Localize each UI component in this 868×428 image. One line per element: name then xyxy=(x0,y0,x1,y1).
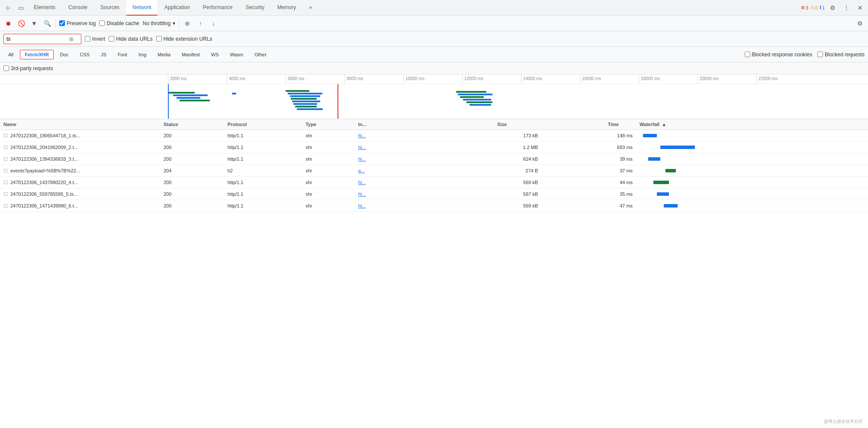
throttle-select[interactable]: No throttling ▾ xyxy=(143,20,176,26)
col-time[interactable]: Time xyxy=(541,119,636,130)
filter-ws-btn[interactable]: WS xyxy=(206,50,224,59)
disable-cache-label[interactable]: Disable cache xyxy=(99,20,139,26)
preserve-log-checkbox[interactable] xyxy=(59,20,65,26)
wf-bar-row-5 xyxy=(657,192,669,196)
col-waterfall[interactable]: Waterfall ▲ xyxy=(636,119,868,130)
tab-security[interactable]: Security xyxy=(240,0,270,16)
hide-data-urls-checkbox[interactable] xyxy=(109,36,114,42)
wf-bar-row-3 xyxy=(665,169,676,172)
table-header-row: Name Status Protocol Type In... Size xyxy=(0,119,868,130)
device-toolbar-btn[interactable]: ▭ xyxy=(15,2,27,14)
tab-more[interactable]: » xyxy=(303,0,318,16)
cell-size-1: 1.2 MB xyxy=(400,142,542,153)
tab-sources[interactable]: Sources xyxy=(94,0,125,16)
cell-name-5: ☐ 2470122306_559785595_5.ts... xyxy=(0,188,160,200)
more-options-btn[interactable]: ⋮ xyxy=(840,2,852,14)
tab-console[interactable]: Console xyxy=(62,0,93,16)
search-clear-btn[interactable]: ⊗ xyxy=(69,36,74,42)
upload-btn[interactable]: ↑ xyxy=(196,19,205,28)
filter-wasm-btn[interactable]: Wasm xyxy=(225,50,248,59)
wf-bar-g3 xyxy=(286,90,309,92)
table-row[interactable]: ☐ events?payload=%5B%7B%22... 204 h2 xhr… xyxy=(0,165,868,177)
col-type[interactable]: Type xyxy=(302,119,355,130)
disable-cache-checkbox[interactable] xyxy=(99,20,105,26)
filter-font-btn[interactable]: Font xyxy=(113,50,132,59)
cell-protocol-3: h2 xyxy=(224,165,302,177)
table-row[interactable]: ☐ 2470122306_559785595_5.ts... 200 http/… xyxy=(0,188,868,200)
blocked-cookies-checkbox[interactable] xyxy=(745,52,750,57)
col-protocol[interactable]: Protocol xyxy=(224,119,302,130)
table-row[interactable]: ☐ 2470122306_2041962009_2.t... 200 http/… xyxy=(0,142,868,153)
filter-js-btn[interactable]: JS xyxy=(96,50,111,59)
tab-network[interactable]: Network xyxy=(126,0,158,16)
filter-css-btn[interactable]: CSS xyxy=(75,50,94,59)
preserve-log-label[interactable]: Preserve log xyxy=(59,20,96,26)
network-settings-btn[interactable]: ⚙ xyxy=(855,19,865,28)
tab-performance[interactable]: Performance xyxy=(197,0,239,16)
cell-waterfall-2 xyxy=(636,153,868,165)
file-icon-0: ☐ xyxy=(3,133,8,139)
cell-time-6: 47 ms xyxy=(541,200,636,212)
blocked-requests-checkbox[interactable] xyxy=(817,52,823,57)
filter-doc-btn[interactable]: Doc xyxy=(55,50,74,59)
search-input[interactable] xyxy=(6,36,67,42)
tick-14000: 14000 ms xyxy=(521,75,580,85)
third-party-label[interactable]: 3rd-party requests xyxy=(3,65,53,71)
file-icon-5: ☐ xyxy=(3,191,8,197)
wf-bar-b11 xyxy=(469,104,491,106)
hide-data-urls-label[interactable]: Hide data URLs xyxy=(109,36,153,42)
cell-size-5: 567 kB xyxy=(400,188,542,200)
tab-elements[interactable]: Elements xyxy=(28,0,61,16)
cell-status-2: 200 xyxy=(160,153,224,165)
table-row[interactable]: ☐ 2470122306_1437880220_4.t... 200 http/… xyxy=(0,177,868,188)
cell-status-6: 200 xyxy=(160,200,224,212)
tick-4000: 4000 ms xyxy=(227,75,286,85)
settings-btn[interactable]: ⚙ xyxy=(826,2,839,14)
cell-status-3: 204 xyxy=(160,165,224,177)
col-size[interactable]: Size xyxy=(400,119,542,130)
filter-media-btn[interactable]: Media xyxy=(153,50,175,59)
filter-img-btn[interactable]: Img xyxy=(134,50,151,59)
filter-all-btn[interactable]: All xyxy=(3,50,18,59)
cell-protocol-1: http/1.1 xyxy=(224,142,302,153)
third-party-checkbox[interactable] xyxy=(3,65,9,71)
wifi-icon-btn[interactable]: ⊛ xyxy=(183,19,192,28)
clear-btn[interactable]: 🚫 xyxy=(16,19,26,28)
table-row[interactable]: ☐ 2470122306_1471439980_6.t... 200 http/… xyxy=(0,200,868,212)
search-bar: ⊗ Invert Hide data URLs Hide extension U… xyxy=(0,31,868,47)
col-name[interactable]: Name xyxy=(0,119,160,130)
filter-manifest-btn[interactable]: Manifest xyxy=(177,50,205,59)
col-initiator[interactable]: In... xyxy=(355,119,400,130)
col-status[interactable]: Status xyxy=(160,119,224,130)
cell-initiator-1: hl... xyxy=(355,142,400,153)
search-btn[interactable]: 🔍 xyxy=(42,19,52,28)
hide-ext-urls-checkbox[interactable] xyxy=(156,36,162,42)
tab-memory[interactable]: Memory xyxy=(271,0,302,16)
cell-name-0: ☐ 2470122306_1906544718_1.ts... xyxy=(0,130,160,142)
hide-ext-urls-label[interactable]: Hide extension URLs xyxy=(156,36,212,42)
blocked-cookies-label[interactable]: Blocked response cookies xyxy=(745,52,812,58)
table-row[interactable]: ☐ 2470122306_1906544718_1.ts... 200 http… xyxy=(0,130,868,142)
cursor-tool-btn[interactable]: ⊹ xyxy=(2,2,14,14)
cell-initiator-5: hl... xyxy=(355,188,400,200)
tick-8000: 8000 ms xyxy=(344,75,403,85)
blue-timeline-marker xyxy=(168,84,169,119)
cell-waterfall-1 xyxy=(636,142,868,153)
table-row[interactable]: ☐ 2470122306_1394336833_3.t... 200 http/… xyxy=(0,153,868,165)
filter-fetch-xhr-btn[interactable]: Fetch/XHR xyxy=(20,50,54,59)
cell-size-6: 569 kB xyxy=(400,200,542,212)
invert-label[interactable]: Invert xyxy=(85,36,105,42)
wf-bar-b1 xyxy=(173,94,208,96)
filter-other-btn[interactable]: Other xyxy=(250,50,271,59)
stop-recording-btn[interactable]: ⏺ xyxy=(3,19,13,28)
cell-size-3: 274 B xyxy=(400,165,542,177)
download-btn[interactable]: ↓ xyxy=(209,19,218,28)
close-btn[interactable]: ✕ xyxy=(854,2,866,14)
tab-application[interactable]: Application xyxy=(158,0,196,16)
blocked-requests-label[interactable]: Blocked requests xyxy=(817,52,865,58)
network-table-wrap: Name Status Protocol Type In... Size xyxy=(0,119,868,400)
invert-checkbox[interactable] xyxy=(85,36,90,42)
cell-initiator-4: hl... xyxy=(355,177,400,188)
filter-btn[interactable]: ▼ xyxy=(29,19,39,28)
tick-16000: 16000 ms xyxy=(580,75,639,85)
